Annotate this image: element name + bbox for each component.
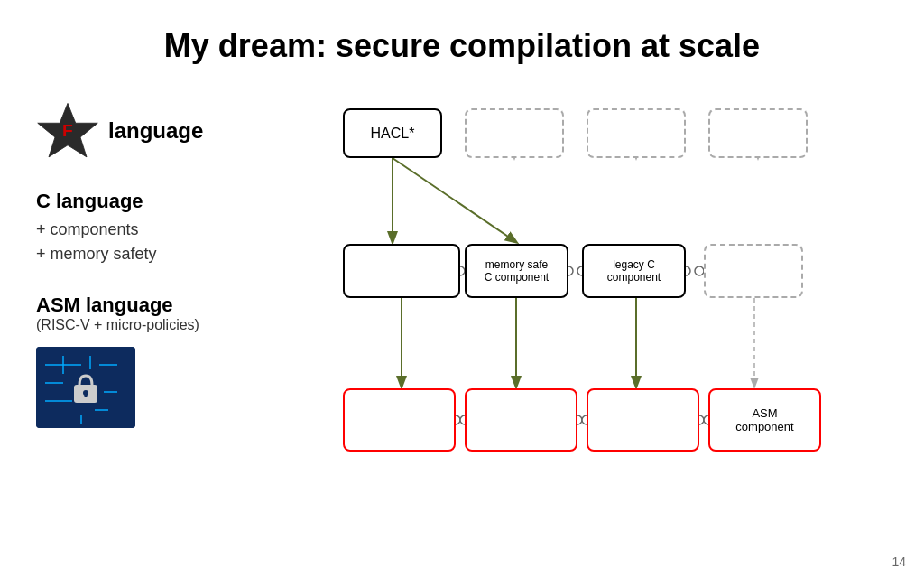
bot-box-4-asm: ASMcomponent bbox=[708, 388, 821, 452]
mid-right-dashed-box bbox=[704, 244, 803, 298]
left-panel: F language C language + components + mem… bbox=[36, 99, 325, 428]
page-number: 14 bbox=[892, 555, 906, 569]
mem-safe-label: memory safeC component bbox=[485, 258, 549, 284]
mid-left-box bbox=[343, 244, 460, 298]
svg-rect-14 bbox=[85, 393, 88, 397]
asm-language-sub: (RISC-V + micro-policies) bbox=[36, 317, 325, 333]
asm-language-block: ASM language (RISC-V + micro-policies) bbox=[36, 294, 325, 333]
top-dashed-box-3 bbox=[708, 108, 808, 158]
top-dashed-box-1 bbox=[465, 108, 564, 158]
bot-box-2 bbox=[465, 388, 578, 452]
svg-text:F: F bbox=[62, 121, 73, 140]
hacl-label: HACL* bbox=[371, 126, 415, 142]
slide: My dream: secure compilation at scale F … bbox=[0, 0, 924, 578]
hacl-box: HACL* bbox=[343, 108, 442, 158]
legacy-c-box: legacy Ccomponent bbox=[582, 244, 686, 298]
top-dashed-box-2 bbox=[587, 108, 686, 158]
asm-language-title: ASM language bbox=[36, 294, 325, 317]
asm-component-label: ASMcomponent bbox=[735, 406, 793, 434]
diagram: HACL* memory safeC component legacy Ccom… bbox=[325, 90, 893, 560]
fstar-logo-block: F language bbox=[36, 99, 325, 163]
c-memory-safety-label: + memory safety bbox=[36, 242, 325, 266]
c-language-title: C language bbox=[36, 190, 325, 213]
c-language-block: C language + components + memory safety bbox=[36, 190, 325, 266]
svg-point-27 bbox=[695, 266, 704, 275]
svg-line-16 bbox=[393, 158, 516, 242]
chip-image bbox=[36, 347, 135, 428]
language-label: language bbox=[108, 118, 203, 144]
mem-safe-box: memory safeC component bbox=[465, 244, 568, 298]
bot-box-1 bbox=[343, 388, 456, 452]
chip-svg bbox=[36, 347, 135, 428]
bot-box-3 bbox=[587, 388, 699, 452]
c-components-label: + components bbox=[36, 218, 325, 242]
diagram-arrows bbox=[325, 90, 893, 560]
slide-title: My dream: secure compilation at scale bbox=[36, 18, 888, 65]
legacy-c-label: legacy Ccomponent bbox=[607, 258, 661, 284]
fstar-icon: F bbox=[36, 99, 99, 163]
